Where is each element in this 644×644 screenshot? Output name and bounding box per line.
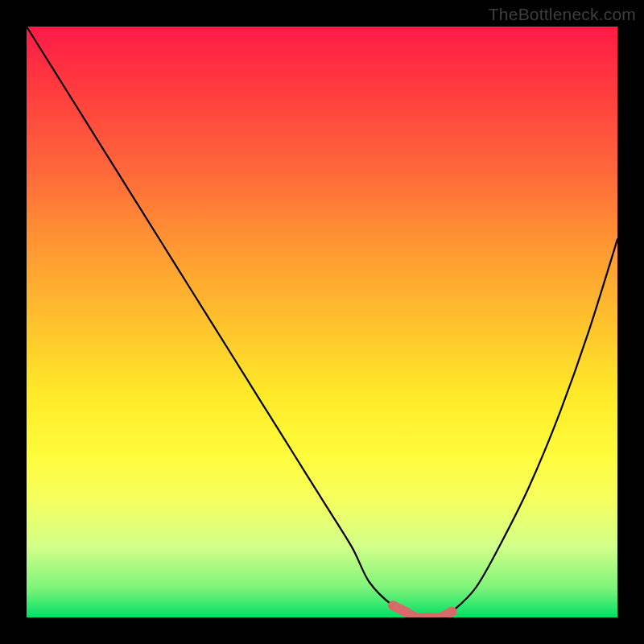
plot-area: [27, 27, 617, 617]
chart-frame: TheBottleneck.com: [0, 0, 644, 644]
curve-layer: [27, 27, 617, 617]
bottleneck-curve: [27, 27, 617, 617]
watermark-text: TheBottleneck.com: [489, 5, 636, 24]
sweet-spot-highlight: [393, 605, 452, 617]
